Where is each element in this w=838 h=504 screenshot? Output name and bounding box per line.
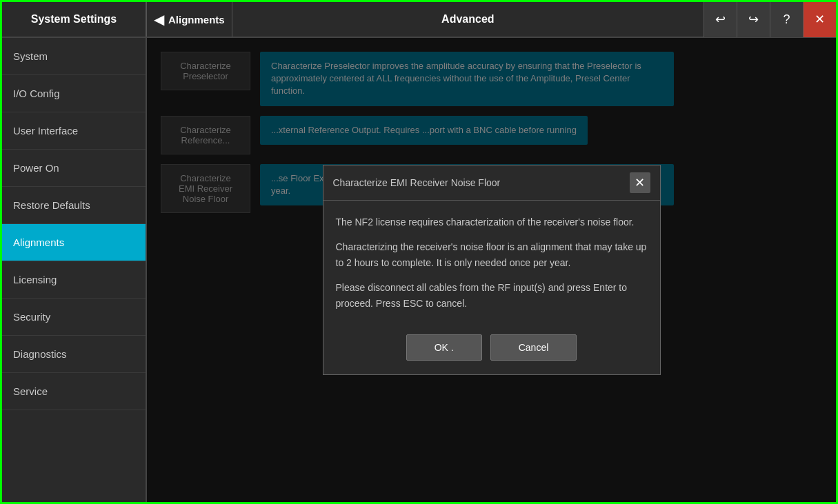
header-actions: ↩ ↪ ? ✕ [704,2,836,37]
dialog-overlay: Characterize EMI Receiver Noise Floor ✕ … [147,38,836,502]
header-center: Advanced [232,13,704,26]
help-icon: ? [783,12,790,27]
breadcrumb-nav: ◀ Alignments [147,2,232,37]
undo-icon: ↩ [715,12,726,27]
help-button[interactable]: ? [770,1,803,37]
cancel-button[interactable]: Cancel [490,334,577,361]
breadcrumb-label[interactable]: Alignments [168,14,225,26]
back-arrow-icon[interactable]: ◀ [154,11,164,28]
dialog-paragraph-3: Please disconnect all cables from the RF… [336,280,648,311]
page-title: Advanced [441,13,494,26]
sidebar-item-restore-defaults[interactable]: Restore Defaults [2,187,146,224]
sidebar: System I/O Config User Interface Power O… [2,38,147,502]
app-title-label: System Settings [31,13,117,26]
sidebar-item-security[interactable]: Security [2,299,146,336]
sidebar-item-alignments[interactable]: Alignments [2,224,146,261]
main-layout: System I/O Config User Interface Power O… [2,38,836,502]
dialog-footer: OK . Cancel [323,325,660,374]
dialog-close-icon: ✕ [635,175,645,190]
sidebar-item-service[interactable]: Service [2,373,146,410]
dialog: Characterize EMI Receiver Noise Floor ✕ … [323,165,661,375]
app-title: System Settings [2,2,147,37]
redo-button[interactable]: ↪ [737,1,770,37]
sidebar-item-io-config[interactable]: I/O Config [2,75,146,112]
dialog-close-button[interactable]: ✕ [630,172,650,193]
dialog-body: The NF2 license requires characterizatio… [323,201,660,325]
dialog-paragraph-2: Characterizing the receiver's noise floo… [336,239,648,270]
dialog-paragraph-1: The NF2 license requires characterizatio… [336,214,648,230]
content-area: Characterize Preselector Characterize Pr… [147,38,836,502]
sidebar-item-user-interface[interactable]: User Interface [2,112,146,150]
close-icon: ✕ [815,12,825,27]
undo-button[interactable]: ↩ [704,1,737,37]
ok-button[interactable]: OK . [406,334,482,361]
dialog-header: Characterize EMI Receiver Noise Floor ✕ [323,165,660,201]
sidebar-item-power-on[interactable]: Power On [2,150,146,187]
sidebar-item-diagnostics[interactable]: Diagnostics [2,336,146,373]
sidebar-item-system[interactable]: System [2,38,146,75]
redo-icon: ↪ [748,12,759,27]
header: System Settings ◀ Alignments Advanced ↩ … [2,2,836,38]
sidebar-item-licensing[interactable]: Licensing [2,261,146,299]
dialog-title: Characterize EMI Receiver Noise Floor [333,177,501,188]
close-button[interactable]: ✕ [803,1,836,37]
